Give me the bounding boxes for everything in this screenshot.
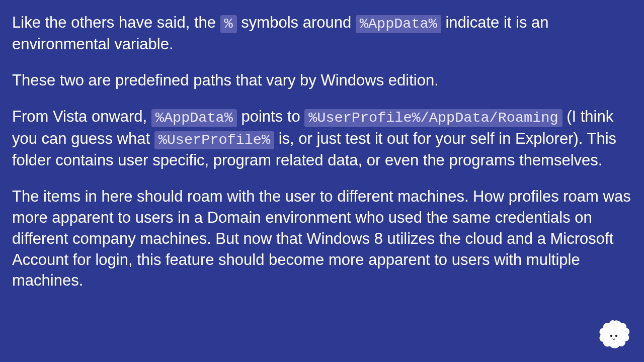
inline-code: %AppData%	[151, 109, 237, 127]
text: symbols around	[237, 14, 356, 31]
paragraph-2: These two are predefined paths that vary…	[12, 70, 632, 91]
svg-point-1	[615, 335, 617, 337]
text: From Vista onward,	[12, 108, 151, 125]
inline-code: %AppData%	[356, 15, 441, 33]
mascot-icon	[597, 319, 632, 350]
paragraph-1: Like the others have said, the % symbols…	[12, 12, 632, 55]
text: Like the others have said, the	[12, 14, 220, 31]
svg-point-0	[610, 335, 612, 337]
inline-code: %UserProfile%/AppData/Roaming	[304, 109, 562, 127]
inline-code: %UserProfile%	[154, 131, 274, 149]
paragraph-3: From Vista onward, %AppData% points to %…	[12, 106, 632, 171]
text: points to	[237, 108, 304, 125]
inline-code: %	[220, 15, 237, 33]
answer-body: Like the others have said, the % symbols…	[0, 0, 644, 291]
paragraph-4: The items in here should roam with the u…	[12, 186, 632, 291]
